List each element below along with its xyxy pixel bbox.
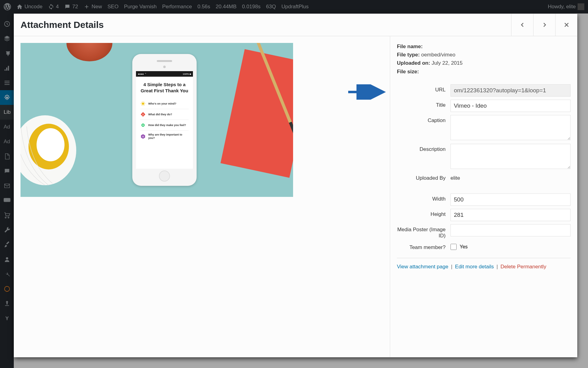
media-poster-label: Media Poster (Image ID) <box>397 224 450 239</box>
action-links: View attachment page | Edit more details… <box>397 264 571 270</box>
team-member-label: Team member? <box>397 242 450 251</box>
width-label: Width <box>397 194 450 202</box>
phone-row: 4 Why are they important to you? <box>140 131 189 142</box>
description-row: Description <box>397 144 571 169</box>
height-input[interactable] <box>450 209 571 221</box>
uploaded-by-label: Uploaded By <box>397 173 450 181</box>
annotation-arrow <box>347 84 386 100</box>
divider <box>397 258 571 258</box>
team-member-yes: Yes <box>460 244 468 250</box>
phone-screen: ●●●● ⌃ 100% ■ 4 Simple Steps to a Great … <box>136 71 193 169</box>
phone-mockup: ●●●● ⌃ 100% ■ 4 Simple Steps to a Great … <box>132 54 197 186</box>
phone-camera <box>163 66 166 68</box>
phone-home-button <box>159 171 170 182</box>
svg-point-9 <box>36 128 64 161</box>
media-poster-input[interactable] <box>450 224 571 236</box>
caption-textarea[interactable] <box>450 115 571 140</box>
description-textarea[interactable] <box>450 144 571 169</box>
uploaded-by-row: Uploaded By elite <box>397 173 571 181</box>
title-row: Title <box>397 100 571 112</box>
cup-prop <box>21 110 82 190</box>
phone-row: Who's on your mind? <box>140 98 189 109</box>
svg-text:2: 2 <box>142 113 144 116</box>
preview-image: ●●●● ⌃ 100% ■ 4 Simple Steps to a Great … <box>21 43 293 197</box>
media-poster-row: Media Poster (Image ID) <box>397 224 571 239</box>
details-sidebar: File name: File type: oembed/vimeo Uploa… <box>390 36 577 357</box>
sun-icon <box>140 101 146 106</box>
width-input[interactable] <box>450 194 571 206</box>
phone-status-bar: ●●●● ⌃ 100% ■ <box>136 71 193 77</box>
url-row: URL <box>397 84 571 97</box>
phone-row: How did they make you feel? <box>140 120 189 131</box>
book-prop <box>221 49 293 178</box>
edit-details-link[interactable]: Edit more details <box>455 264 494 270</box>
delete-permanently-link[interactable]: Delete Permanently <box>500 264 546 270</box>
gear-small-icon <box>140 122 146 128</box>
phone-row: 2 What did they do? <box>140 109 189 120</box>
caption-label: Caption <box>397 115 450 124</box>
chevron-left-icon <box>519 22 526 28</box>
team-member-row: Team member? Yes <box>397 242 571 251</box>
height-row: Height <box>397 209 571 221</box>
hex-icon: 4 <box>140 134 146 139</box>
close-icon <box>564 22 570 28</box>
media-preview-pane: ●●●● ⌃ 100% ■ 4 Simple Steps to a Great … <box>14 36 390 357</box>
team-member-checkbox[interactable] <box>450 244 457 250</box>
modal-header: Attachment Details <box>14 14 577 36</box>
title-label: Title <box>397 100 450 108</box>
width-row: Width <box>397 194 571 206</box>
height-label: Height <box>397 209 450 217</box>
description-label: Description <box>397 144 450 152</box>
next-button[interactable] <box>533 14 555 36</box>
diamond-icon: 2 <box>140 112 146 117</box>
caption-row: Caption <box>397 115 571 140</box>
close-button[interactable] <box>555 14 577 36</box>
url-input[interactable] <box>450 84 571 97</box>
phone-speaker <box>157 60 172 62</box>
svg-point-13 <box>142 125 144 126</box>
bowl-prop <box>66 43 112 61</box>
chevron-right-icon <box>541 22 548 28</box>
modal-title: Attachment Details <box>21 20 104 30</box>
prev-button[interactable] <box>511 14 533 36</box>
title-input[interactable] <box>450 100 571 112</box>
file-info: File name: File type: oembed/vimeo Uploa… <box>397 42 571 76</box>
phone-heading: 4 Simple Steps to a Great First Thank Yo… <box>140 82 189 94</box>
uploaded-by-value: elite <box>450 173 460 181</box>
svg-point-10 <box>142 102 144 105</box>
attachment-details-modal: Attachment Details <box>14 14 577 357</box>
url-label: URL <box>397 84 450 93</box>
view-attachment-link[interactable]: View attachment page <box>397 264 448 270</box>
